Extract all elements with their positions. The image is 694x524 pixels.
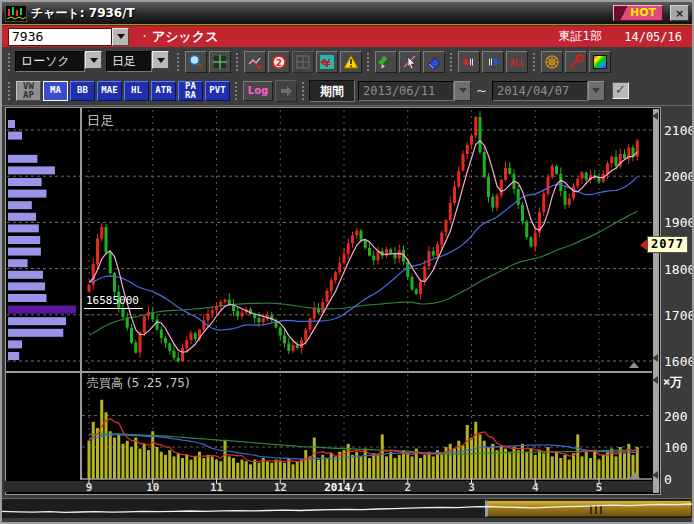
indicator-label: PVT bbox=[209, 86, 225, 95]
svg-text:9: 9 bbox=[86, 481, 93, 494]
warning-icon bbox=[343, 54, 359, 70]
color-palette-button[interactable] bbox=[589, 51, 611, 73]
toolbar-grip bbox=[235, 82, 238, 100]
svg-text:2: 2 bbox=[404, 481, 411, 494]
svg-text:¥: ¥ bbox=[323, 56, 331, 69]
candle-shift-right-icon bbox=[485, 54, 501, 70]
period-from-select[interactable]: 2013/06/11 bbox=[358, 81, 471, 101]
security-name: アシックス bbox=[152, 28, 219, 46]
crosshair-grid-button[interactable] bbox=[209, 51, 231, 73]
symbol-input[interactable] bbox=[8, 28, 112, 46]
symbol-dropdown-button[interactable] bbox=[112, 28, 129, 46]
dropdown-arrow-icon bbox=[592, 88, 600, 97]
indicator-bb-button[interactable]: BB bbox=[70, 81, 95, 101]
indicator-label: MAE bbox=[101, 86, 117, 95]
currency-convert-button[interactable]: ¥ bbox=[316, 51, 338, 73]
svg-text:2000: 2000 bbox=[664, 169, 692, 184]
toolbar-grip bbox=[8, 82, 11, 100]
tools-icon bbox=[568, 54, 584, 70]
timeframe-value: 日足 bbox=[106, 51, 152, 72]
period-from-dropdown-button[interactable] bbox=[454, 81, 471, 101]
log-scale-button[interactable]: Log bbox=[243, 81, 273, 101]
indicator-toolbar: VW AP MA BB MAE HL ATR PA RA PVT Log bbox=[2, 76, 692, 106]
alert-button[interactable] bbox=[340, 51, 362, 73]
market-section-label: 東証1部 bbox=[559, 28, 603, 45]
all-label-icon: ALL bbox=[508, 55, 526, 69]
close-button[interactable]: × bbox=[670, 5, 689, 21]
period-button[interactable]: 期間 bbox=[309, 80, 355, 102]
shift-candle-left-button[interactable] bbox=[458, 51, 480, 73]
indicator-pvt-button[interactable]: PVT bbox=[205, 81, 230, 101]
zoom-button[interactable] bbox=[185, 51, 207, 73]
toolbar-grip bbox=[177, 53, 180, 71]
svg-text:2100: 2100 bbox=[664, 123, 692, 138]
trend-arrow-icon bbox=[247, 54, 263, 70]
web-settings-button[interactable] bbox=[541, 51, 563, 73]
timeframe-dropdown-button[interactable] bbox=[152, 51, 169, 69]
svg-text:1700: 1700 bbox=[664, 308, 692, 323]
erase-button[interactable] bbox=[423, 51, 445, 73]
circled-2-icon: 2 bbox=[271, 54, 287, 70]
rainbow-palette-icon bbox=[592, 54, 608, 70]
symbol-info-bar: ・ アシックス 東証1部 14/05/16 bbox=[2, 26, 692, 47]
svg-text:200: 200 bbox=[664, 409, 687, 424]
period-to-value: 2014/04/07 bbox=[492, 81, 588, 101]
indicator-hl-button[interactable]: HL bbox=[124, 81, 149, 101]
web-settings-icon bbox=[544, 54, 560, 70]
crosshair-grid-icon bbox=[212, 54, 228, 70]
indicator-ma-button[interactable]: MA bbox=[43, 81, 68, 101]
trend-line-button[interactable] bbox=[244, 51, 266, 73]
svg-text:1600: 1600 bbox=[664, 354, 692, 369]
toolbar-grip bbox=[533, 53, 536, 71]
period-to-select[interactable]: 2014/04/07 bbox=[492, 81, 605, 101]
scrollbar-sparkline bbox=[2, 499, 692, 517]
history-scrollbar[interactable] bbox=[2, 498, 692, 518]
indicator-label: HL bbox=[131, 86, 142, 95]
svg-text:100: 100 bbox=[664, 440, 687, 455]
gray-arrow-icon bbox=[278, 83, 294, 99]
period-checkbox[interactable] bbox=[612, 82, 629, 99]
indicator-label: ATR bbox=[155, 86, 171, 95]
symbol-code-box bbox=[8, 28, 129, 46]
indicator-vwap-button[interactable]: VW AP bbox=[16, 81, 41, 101]
compare-2-button[interactable]: 2 bbox=[268, 51, 290, 73]
trade-date: 14/05/16 bbox=[624, 30, 682, 44]
hot-button[interactable]: HOT bbox=[613, 5, 663, 21]
draw-pencil-button[interactable] bbox=[375, 51, 397, 73]
indicator-para-button[interactable]: PA RA bbox=[178, 81, 203, 101]
dropdown-arrow-icon bbox=[117, 34, 125, 43]
select-object-button[interactable] bbox=[399, 51, 421, 73]
indicator-atr-button[interactable]: ATR bbox=[151, 81, 176, 101]
indicator-mae-button[interactable]: MAE bbox=[97, 81, 122, 101]
svg-text:4: 4 bbox=[532, 481, 539, 494]
eraser-icon bbox=[426, 54, 442, 70]
svg-text:1900: 1900 bbox=[664, 215, 692, 230]
toolbar-grip bbox=[236, 53, 239, 71]
show-all-button[interactable]: ALL bbox=[506, 51, 528, 73]
grid-disabled-icon bbox=[295, 54, 311, 70]
period-to-dropdown-button[interactable] bbox=[588, 81, 605, 101]
dropdown-arrow-icon bbox=[157, 58, 165, 67]
shift-candle-right-button[interactable] bbox=[482, 51, 504, 73]
grid-layout-button[interactable] bbox=[292, 51, 314, 73]
chart-type-select[interactable]: ローソク bbox=[15, 51, 102, 72]
toolbar-grip bbox=[302, 82, 305, 100]
svg-text:×万: ×万 bbox=[663, 375, 682, 389]
chart-canvas[interactable]: 91011122014/1234521002000190018001700160… bbox=[2, 106, 692, 496]
zoom-icon bbox=[188, 54, 204, 70]
toolbar-grip bbox=[450, 53, 453, 71]
period-tilde: ~ bbox=[476, 83, 487, 98]
candle-shift-left-icon bbox=[461, 54, 477, 70]
step-forward-button[interactable] bbox=[275, 80, 297, 102]
svg-text:ALL: ALL bbox=[510, 58, 525, 67]
timeframe-select[interactable]: 日足 bbox=[106, 51, 169, 72]
toolbar-grip bbox=[8, 53, 11, 71]
dropdown-arrow-icon bbox=[90, 58, 98, 67]
tools-button[interactable] bbox=[565, 51, 587, 73]
toolbar-grip bbox=[367, 53, 370, 71]
svg-text:11: 11 bbox=[210, 481, 224, 494]
chart-area: 91011122014/1234521002000190018001700160… bbox=[2, 106, 692, 496]
chart-type-dropdown-button[interactable] bbox=[85, 51, 102, 69]
svg-text:0: 0 bbox=[664, 472, 672, 487]
window-title: チャート: 7936/T bbox=[31, 5, 135, 22]
